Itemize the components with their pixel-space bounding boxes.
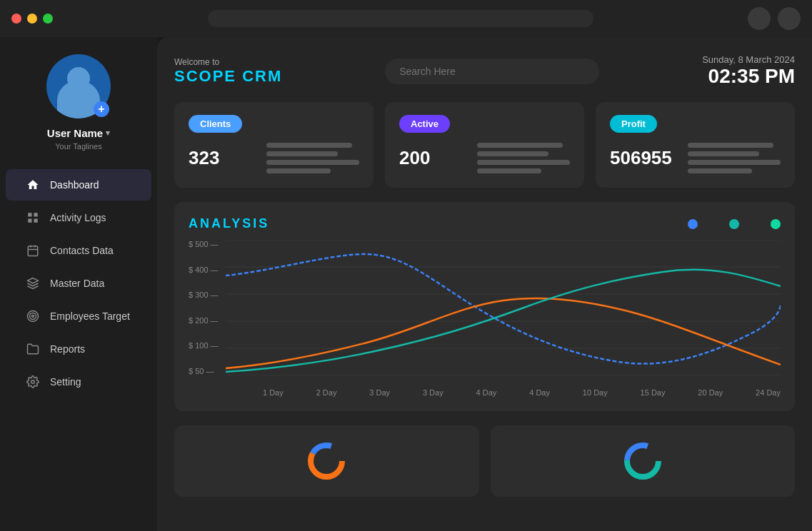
datetime: Sunday, 8 March 2024 02:35 PM — [702, 54, 795, 88]
svg-point-11 — [32, 315, 34, 318]
bottom-card-right — [491, 425, 796, 497]
app-layout: + User Name ▾ Your Taglines Dashboard Ac… — [0, 37, 812, 531]
svg-point-12 — [31, 380, 35, 384]
x-label-1day: 1 Day — [263, 388, 284, 397]
profit-value: 506955 — [610, 147, 672, 169]
profit-bar-3 — [688, 160, 781, 165]
clients-value: 323 — [189, 147, 219, 169]
titlebar-btn-1[interactable] — [748, 7, 771, 30]
clients-bar-1 — [266, 143, 352, 148]
stat-card-clients: Clients 323 — [174, 102, 374, 188]
active-bar-4 — [477, 168, 541, 173]
x-label-4day-a: 4 Day — [476, 388, 497, 397]
sidebar-item-reports[interactable]: Reports — [6, 333, 151, 365]
sidebar-label-setting: Setting — [50, 376, 81, 388]
time-label: 02:35 PM — [702, 65, 795, 88]
active-bar-1 — [477, 143, 563, 148]
analysis-title: ANALYSIS — [189, 216, 269, 231]
x-label-3day-b: 3 Day — [423, 388, 443, 397]
maximize-dot[interactable] — [43, 14, 53, 24]
svg-marker-8 — [28, 278, 39, 284]
close-dot[interactable] — [11, 14, 21, 24]
sidebar: + User Name ▾ Your Taglines Dashboard Ac… — [0, 37, 157, 531]
svg-rect-2 — [28, 219, 31, 223]
stat-card-active: Active 200 — [385, 102, 584, 188]
sidebar-label-dashboard: Dashboard — [50, 179, 99, 191]
active-bars — [477, 143, 570, 173]
welcome-text: Welcome to — [174, 57, 282, 67]
y-label-100: $ 100 — — [189, 341, 219, 350]
user-name: User Name ▾ — [47, 127, 110, 139]
titlebar-address — [208, 10, 593, 27]
svg-point-10 — [30, 313, 36, 320]
legend-dot-blue — [688, 219, 698, 229]
gear-icon — [26, 375, 40, 389]
stat-card-profit: Profit 506955 — [596, 102, 795, 188]
clients-body: 323 — [189, 143, 359, 173]
legend-dot-green — [771, 219, 781, 229]
sidebar-item-setting[interactable]: Setting — [6, 366, 151, 398]
titlebar-buttons — [748, 7, 801, 30]
clients-bar-4 — [266, 168, 331, 173]
donut-chart — [305, 440, 348, 482]
search-input[interactable] — [385, 59, 599, 84]
profit-body: 506955 — [610, 143, 781, 173]
main-content: Welcome to SCOPE CRM Sunday, 8 March 202… — [157, 37, 812, 531]
clients-bars — [266, 143, 359, 173]
sidebar-item-employees-target[interactable]: Employees Target — [6, 300, 151, 332]
x-label-24day: 24 Day — [756, 388, 781, 397]
titlebar-btn-2[interactable] — [778, 7, 801, 30]
svg-rect-1 — [34, 213, 38, 216]
sidebar-item-contacts-data[interactable]: Contacts Data — [6, 235, 151, 266]
active-value: 200 — [399, 147, 430, 169]
minimize-dot[interactable] — [27, 14, 37, 24]
chart-area: $ 500 — $ 400 — $ 300 — $ 200 — $ 100 — … — [189, 240, 781, 397]
x-label-10day: 10 Day — [583, 388, 608, 397]
window-controls — [11, 14, 53, 24]
x-axis-labels: 1 Day 2 Day 3 Day 3 Day 4 Day 4 Day 10 D… — [263, 385, 781, 397]
x-label-4day-b: 4 Day — [529, 388, 550, 397]
sidebar-label-employees: Employees Target — [50, 310, 130, 322]
layers-icon — [26, 276, 40, 290]
sidebar-item-master-data[interactable]: Master Data — [6, 268, 151, 299]
svg-rect-3 — [34, 219, 38, 223]
profit-bar-2 — [688, 151, 759, 156]
active-body: 200 — [399, 143, 570, 173]
sidebar-item-dashboard[interactable]: Dashboard — [6, 169, 151, 201]
sidebar-label-contacts: Contacts Data — [50, 245, 114, 256]
bottom-row — [174, 425, 795, 497]
profit-bar-1 — [688, 143, 773, 148]
svg-rect-0 — [28, 213, 31, 216]
date-label: Sunday, 8 March 2024 — [702, 54, 795, 65]
chart-svg — [226, 240, 781, 375]
clients-bar-3 — [266, 160, 359, 165]
x-label-15day: 15 Day — [641, 388, 666, 397]
sidebar-label-master: Master Data — [50, 278, 104, 289]
analysis-header: ANALYSIS — [189, 216, 781, 231]
y-label-200: $ 200 — — [189, 316, 219, 325]
sidebar-label-reports: Reports — [50, 343, 85, 355]
profit-bar-4 — [688, 168, 752, 173]
home-icon — [26, 178, 40, 192]
profit-bars — [688, 143, 781, 173]
sidebar-item-activity-logs[interactable]: Activity Logs — [6, 202, 151, 233]
svg-rect-4 — [28, 246, 38, 256]
calendar-icon — [26, 243, 40, 258]
avatar: + — [46, 54, 111, 118]
grid-icon — [26, 211, 40, 225]
y-label-400: $ 400 — — [189, 266, 219, 274]
chart-legend — [688, 219, 781, 229]
nav-items: Dashboard Activity Logs Contacts Data Ma… — [0, 168, 157, 399]
crm-title: SCOPE CRM — [174, 67, 282, 86]
clients-bar-2 — [266, 151, 338, 156]
avatar-add-button[interactable]: + — [94, 101, 109, 117]
profit-badge: Profit — [610, 115, 657, 133]
x-label-3day-a: 3 Day — [369, 388, 390, 397]
donut-chart-2 — [621, 440, 664, 482]
x-label-2day: 2 Day — [316, 388, 337, 397]
user-tagline: Your Taglines — [55, 142, 101, 151]
sidebar-label-activity: Activity Logs — [50, 212, 106, 223]
y-label-500: $ 500 — — [189, 240, 219, 248]
stats-row: Clients 323 Active 200 — [174, 102, 795, 188]
branding: Welcome to SCOPE CRM — [174, 57, 282, 86]
